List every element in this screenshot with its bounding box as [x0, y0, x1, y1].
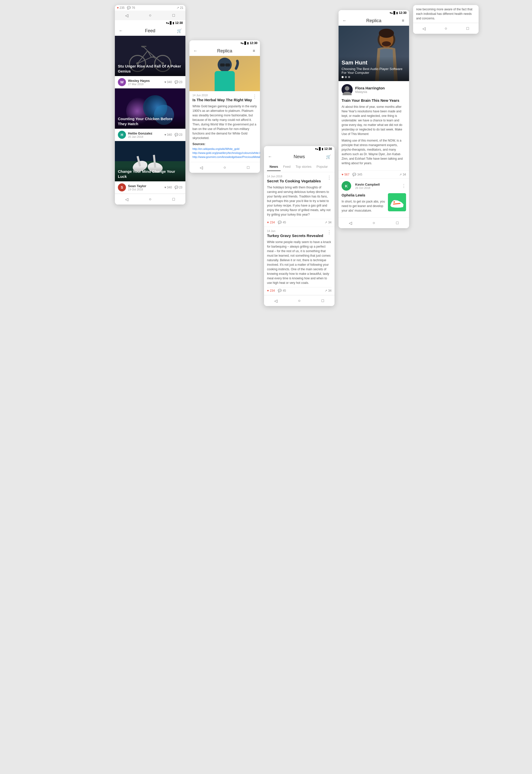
- signal-icon: ▊: [170, 21, 172, 25]
- feed-card-3[interactable]: Change Your Mind Change Your Luck S Sean…: [115, 141, 185, 194]
- phone-article-detail: now becoming more aware of the fact that…: [413, 5, 479, 34]
- recent-icon-nav3[interactable]: □: [320, 298, 325, 304]
- status-time-2: 12:30: [250, 41, 257, 45]
- cart-icon-3[interactable]: 🛒: [325, 154, 331, 160]
- app-bar-replica4: ← Replica ≡: [339, 16, 409, 26]
- news-article-2[interactable]: 14 Jun Turkey Gravy Secrets Revealed ⋮ W…: [264, 227, 335, 295]
- feed-card-2[interactable]: Counting Your Chicken Before They Hatch …: [115, 88, 185, 141]
- back-button-3[interactable]: ←: [267, 154, 273, 160]
- news-article-1[interactable]: 14 Jun 2018 Secret To Cooking Vegetables…: [264, 172, 335, 227]
- card-title-bike: Stu Unger Rise And Fall Of A Poker Geniu…: [115, 61, 185, 76]
- menu-icon-2[interactable]: ≡: [251, 48, 257, 54]
- news-art2-comments: 💬 45: [278, 289, 286, 292]
- user-info-2: Hettie Gonzalez 20 Jan 2018: [128, 131, 164, 138]
- kevin-row: K Kevin Campbell 26 Oct 2018 ⋮: [339, 178, 409, 193]
- phone-replica-article: ▾▴ ▊ ▮ 12:30 ← Replica ≡: [189, 40, 260, 173]
- more-icon-news1[interactable]: ⋮: [327, 175, 331, 180]
- kevin-date: 26 Oct 2018: [355, 186, 400, 189]
- back-icon-nav2[interactable]: ◁: [198, 165, 204, 170]
- back-button-4[interactable]: ←: [342, 18, 348, 24]
- status-time-3: 12:30: [324, 147, 332, 151]
- profile-comments: 💬 345: [352, 173, 362, 176]
- status-bar-phone4: ▾▴ ▊ ▮ 12:30: [339, 10, 409, 16]
- cart-icon[interactable]: 🛒: [176, 28, 182, 34]
- status-icons: ▾▴ ▊ ▮: [166, 21, 174, 25]
- user-info-3: Sean Taylor 19 Oct 2018: [128, 184, 164, 191]
- shoe-illustration: [388, 193, 406, 211]
- news-art1-comments: 💬 45: [278, 221, 286, 224]
- home-icon-p5-top[interactable]: ○: [443, 26, 449, 31]
- user-name-3: Sean Taylor: [128, 184, 164, 188]
- dot-2: [345, 76, 347, 78]
- back-icon-p5-top[interactable]: ◁: [421, 26, 427, 31]
- hero-illustration: [189, 56, 260, 91]
- back-icon-nav3[interactable]: ◁: [273, 298, 279, 304]
- news-art2-header: 14 Jun Turkey Gravy Secrets Revealed ⋮: [267, 229, 331, 240]
- user-date-1: 27 Mar 2018: [128, 83, 164, 86]
- status-bar-phone3: ▾▴ ▊ ▮ 12:30: [264, 146, 335, 152]
- tab-feed[interactable]: Feed: [281, 163, 293, 171]
- tab-news[interactable]: News: [267, 163, 281, 171]
- wifi-icon-3: ▾▴: [315, 147, 318, 151]
- news-art1-header: 14 Jun 2018 Secret To Cooking Vegetables…: [267, 175, 331, 185]
- recent-icon-nav2[interactable]: □: [245, 165, 251, 170]
- hero-image-samhunt: Sam Hunt Choosing The Best Audio Player …: [339, 26, 409, 81]
- home-icon-nav2[interactable]: ○: [222, 165, 227, 170]
- home-icon-nav4[interactable]: ○: [371, 220, 377, 226]
- tab-popular[interactable]: Popular: [314, 163, 330, 171]
- source-link-3[interactable]: http://www.govmint.com/knowledgebase/Pre…: [192, 155, 257, 158]
- more-icon-article[interactable]: ⋮: [252, 94, 257, 99]
- back-button[interactable]: ←: [118, 28, 124, 34]
- profile-likes: ♥ 567: [342, 173, 349, 176]
- more-icon-news2[interactable]: ⋮: [327, 229, 331, 235]
- status-time-4: 12:30: [399, 11, 407, 15]
- news-art1-title: Secret To Cooking Vegetables: [267, 179, 321, 183]
- card-title-shoes: Change Your Mind Change Your Luck: [115, 166, 185, 181]
- user-row-3: S Sean Taylor 19 Oct 2018 ♥ 340 💬 23: [115, 181, 185, 194]
- profile-row: Flora Harrington Malaysia: [339, 81, 409, 98]
- profile-article-title: Train Your Brain This New Years: [342, 98, 406, 103]
- likes-2: ♥ 340: [164, 133, 172, 137]
- news-art2-shares: ↗ 34: [325, 289, 331, 292]
- recent-icon-nav4[interactable]: □: [394, 220, 400, 226]
- user-row-1: W Wesley Hayes 27 Mar 2018 ♥ 340 💬 23: [115, 76, 185, 88]
- recent-icon-p5-top[interactable]: □: [465, 26, 471, 31]
- source-link-1[interactable]: http://en.wikipedia.org/wiki/White_gold: [192, 147, 257, 150]
- phone-replica-samhunt: ▾▴ ▊ ▮ 12:30 ← Replica ≡: [339, 10, 409, 228]
- back-icon-partial[interactable]: ◁: [124, 13, 129, 18]
- news-art1-meta: 14 Jun 2018 Secret To Cooking Vegetables: [267, 175, 321, 185]
- source-link-2[interactable]: http://www.gold.org/jewellery/technology…: [192, 151, 257, 154]
- recent-icon-nav1[interactable]: □: [171, 196, 176, 202]
- back-icon-nav1[interactable]: ◁: [124, 196, 129, 202]
- back-button-2[interactable]: ←: [192, 48, 198, 54]
- signal-icon-4: ▊: [393, 11, 395, 15]
- back-icon-nav4[interactable]: ◁: [348, 220, 353, 226]
- home-icon-nav1[interactable]: ○: [147, 196, 153, 202]
- svg-rect-27: [220, 63, 225, 66]
- card-image-shoes: Change Your Mind Change Your Luck: [115, 141, 185, 181]
- svg-rect-26: [215, 71, 235, 91]
- user-name-1: Wesley Hayes: [128, 79, 164, 83]
- partial-body-text: now becoming more aware of the fact that…: [416, 8, 472, 20]
- feed-card-1[interactable]: Stu Unger Rise And Fall Of A Poker Geniu…: [115, 36, 185, 88]
- more-icon-kevin[interactable]: ⋮: [402, 183, 406, 189]
- dot-3: [348, 76, 350, 78]
- app-bar-feed: ← Feed 🛒: [115, 26, 185, 36]
- home-icon-partial[interactable]: ○: [147, 13, 153, 18]
- hero-subtitle: Choosing The Best Audio Player Software …: [342, 67, 406, 75]
- news-title: News: [293, 154, 305, 159]
- avatar-2: H: [118, 131, 126, 139]
- partial-prev-screen: ♥ 235 💬 76 ↗ 21 ◁ ○ □: [115, 5, 185, 20]
- signal-icon-2: ▊: [244, 42, 246, 45]
- article-title-2: Is The Herbal Way The Right Way: [192, 98, 252, 102]
- menu-icon-4[interactable]: ≡: [400, 18, 406, 24]
- card-image-bike: Stu Unger Rise And Fall Of A Poker Geniu…: [115, 36, 185, 76]
- svg-rect-28: [225, 63, 230, 66]
- news-art2-body: While some people really seem to have a …: [267, 240, 331, 285]
- user-name-2: Hettie Gonzalez: [128, 131, 164, 135]
- tab-top-stories[interactable]: Top stories: [293, 163, 314, 171]
- card-title-orbs: Counting Your Chicken Before They Hatch: [115, 114, 185, 129]
- recent-icon-partial[interactable]: □: [171, 13, 176, 18]
- home-icon-nav3[interactable]: ○: [296, 298, 302, 304]
- article-date-2: 14 Jun 2018: [192, 94, 252, 97]
